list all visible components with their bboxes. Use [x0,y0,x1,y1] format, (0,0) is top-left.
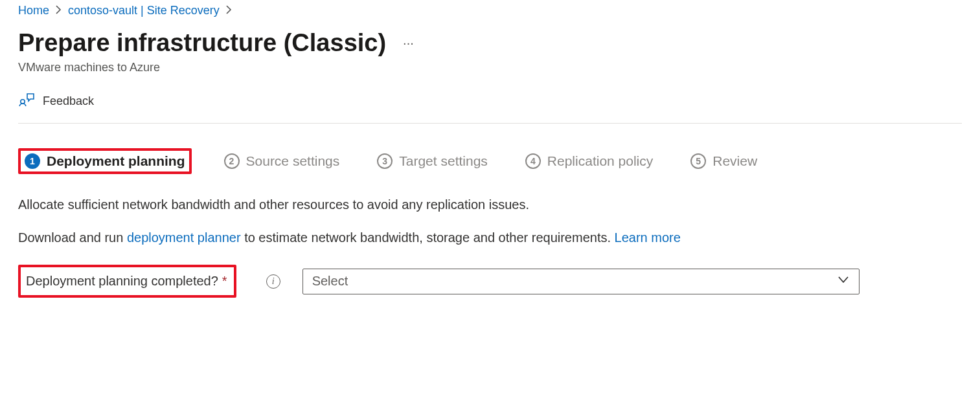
form-row-deployment-completed: Deployment planning completed? * i Selec… [18,265,962,298]
step-label: Deployment planning [47,153,185,169]
breadcrumb-vault[interactable]: contoso-vault | Site Recovery [68,4,220,17]
wizard-steps: 1 Deployment planning 2 Source settings … [18,148,962,174]
step-number-badge: 5 [690,153,706,169]
description-line-2: Download and run deployment planner to e… [18,230,962,245]
step-number-badge: 1 [25,153,40,169]
deployment-planner-link[interactable]: deployment planner [127,230,241,245]
step-label: Replication policy [547,153,653,169]
label-text: Deployment planning completed? [26,274,218,289]
select-placeholder: Select [312,274,348,289]
feedback-label: Feedback [43,94,94,108]
feedback-button[interactable]: Feedback [18,93,94,110]
step-review[interactable]: 5 Review [685,149,762,173]
text-fragment: to estimate network bandwidth, storage a… [241,230,615,245]
deployment-completed-select[interactable]: Select [302,269,860,294]
step-replication-policy[interactable]: 4 Replication policy [520,149,658,173]
chevron-down-icon [837,273,850,289]
step-label: Target settings [399,153,488,169]
feedback-icon [18,93,35,110]
step-number-badge: 3 [377,153,393,169]
step-label: Review [712,153,757,169]
step-target-settings[interactable]: 3 Target settings [372,149,493,173]
page-subtitle: VMware machines to Azure [18,61,962,74]
chevron-right-icon [56,5,62,16]
required-asterisk: * [222,274,227,289]
chevron-right-icon [226,5,232,16]
text-fragment: Download and run [18,230,127,245]
description-line-1: Allocate sufficient network bandwidth an… [18,197,962,212]
step-source-settings[interactable]: 2 Source settings [219,149,345,173]
step-number-badge: 2 [224,153,240,169]
learn-more-link[interactable]: Learn more [615,230,681,245]
toolbar: Feedback [18,93,962,124]
step-number-badge: 4 [525,153,541,169]
deployment-completed-label: Deployment planning completed? * [18,265,236,298]
page-title: Prepare infrastructure (Classic) [18,29,386,57]
breadcrumb-home[interactable]: Home [18,4,49,17]
breadcrumb: Home contoso-vault | Site Recovery [18,4,962,17]
step-label: Source settings [246,153,340,169]
step-deployment-planning[interactable]: 1 Deployment planning [18,148,192,174]
info-icon[interactable]: i [266,274,280,289]
more-actions-button[interactable]: ··· [403,36,414,50]
